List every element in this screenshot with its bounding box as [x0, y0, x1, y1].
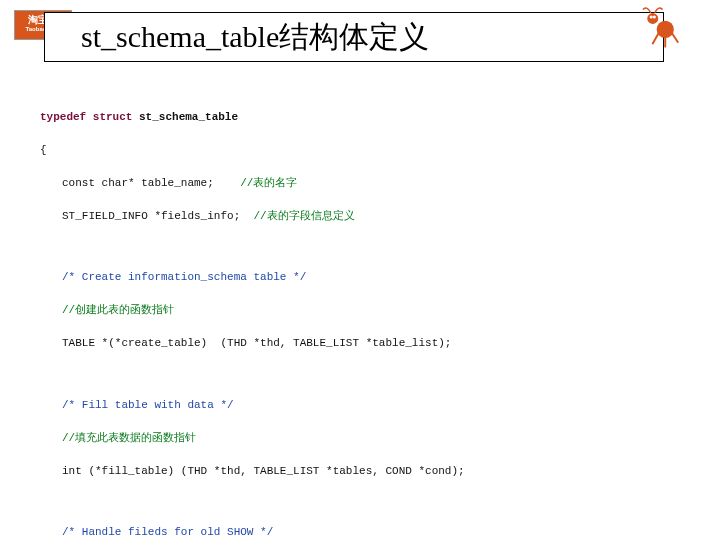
ant-mascot-icon	[632, 6, 686, 56]
code-line: int (*fill_table) (THD *thd, TABLE_LIST …	[40, 463, 680, 480]
code-line: {	[40, 142, 680, 159]
title-container: st_schema_table结构体定义	[44, 12, 664, 62]
code-block: typedef struct st_schema_table { const c…	[40, 92, 680, 540]
code-line: typedef struct st_schema_table	[40, 109, 680, 126]
page-title: st_schema_table结构体定义	[81, 17, 429, 58]
svg-point-0	[647, 13, 658, 24]
svg-point-2	[650, 15, 653, 18]
code-line: //填充此表数据的函数指针	[40, 430, 680, 447]
code-line: /* Handle fileds for old SHOW */	[40, 524, 680, 540]
svg-point-3	[653, 15, 656, 18]
code-line: TABLE *(*create_table) (THD *thd, TABLE_…	[40, 335, 680, 352]
code-line: ST_FIELD_INFO *fields_info; //表的字段信息定义	[40, 208, 680, 225]
code-line: const char* table_name; //表的名字	[40, 175, 680, 192]
code-line: /* Fill table with data */	[40, 397, 680, 414]
code-line: //创建此表的函数指针	[40, 302, 680, 319]
code-line: /* Create information_schema table */	[40, 269, 680, 286]
